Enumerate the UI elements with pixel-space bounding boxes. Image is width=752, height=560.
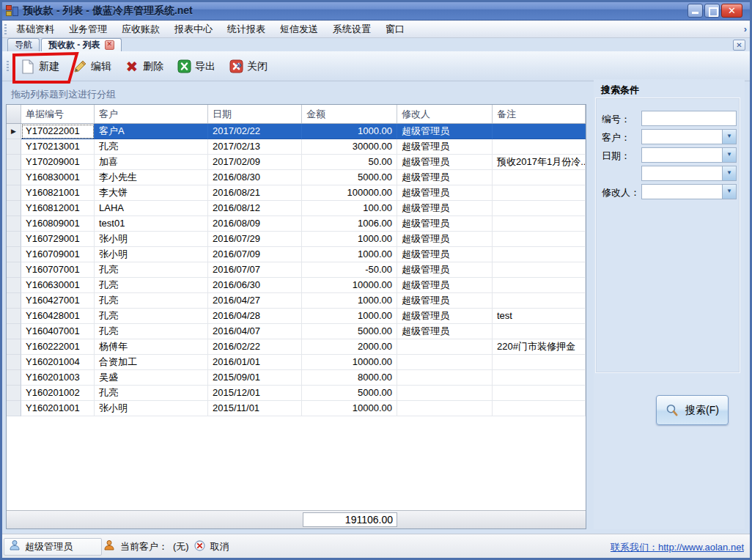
grid-cell[interactable]: 2016/08/09: [208, 216, 302, 232]
grid-cell[interactable]: LAHA: [95, 201, 208, 216]
column-header-2[interactable]: 日期: [208, 105, 302, 123]
chevron-down-icon[interactable]: [722, 148, 736, 162]
grid-cell[interactable]: 超级管理员: [397, 293, 493, 309]
grid-cell[interactable]: 2016/08/21: [208, 185, 302, 201]
grid-cell[interactable]: 2016/07/09: [208, 247, 302, 262]
grid-cell[interactable]: Y160407001: [21, 324, 95, 339]
grid-cell[interactable]: [493, 216, 586, 232]
grid-cell[interactable]: [493, 355, 586, 370]
table-row[interactable]: Y160201002孔亮2015/12/015000.00: [7, 386, 586, 401]
grid-cell[interactable]: -50.00: [302, 262, 397, 278]
date-to-select[interactable]: [641, 166, 737, 181]
grid-cell[interactable]: [493, 139, 586, 155]
grid-cell[interactable]: Y160201002: [21, 386, 95, 401]
grid-cell[interactable]: 2017/02/22: [208, 124, 302, 139]
grid-cell[interactable]: 张小明: [95, 401, 208, 416]
grid-cell[interactable]: [493, 370, 586, 386]
column-header-3[interactable]: 金额: [302, 105, 397, 123]
grid-cell[interactable]: 2000.00: [302, 339, 397, 355]
grid-cell[interactable]: test: [493, 309, 586, 324]
table-row[interactable]: Y160428001孔亮2016/04/281000.00超级管理员test: [7, 309, 586, 324]
grid-cell[interactable]: 2016/06/30: [208, 278, 302, 293]
grid-cell[interactable]: 2016/04/28: [208, 309, 302, 324]
chevron-down-icon[interactable]: [722, 130, 736, 144]
toolbar-button-close-red[interactable]: 关闭: [222, 56, 274, 77]
grid-cell[interactable]: 张小明: [95, 247, 208, 262]
column-header-4[interactable]: 修改人: [397, 105, 493, 123]
grid-cell[interactable]: Y160809001: [21, 216, 95, 232]
grid-cell[interactable]: 孔亮: [95, 262, 208, 278]
table-row[interactable]: Y160821001李大饼2016/08/21100000.00超级管理员: [7, 185, 586, 201]
menu-item-7[interactable]: 窗口: [380, 21, 410, 37]
grid-cell[interactable]: 1000.00: [302, 293, 397, 309]
table-row[interactable]: Y160201004合资加工2016/01/0110000.00: [7, 355, 586, 370]
grid-cell[interactable]: 超级管理员: [397, 324, 493, 339]
grid-cell[interactable]: 超级管理员: [397, 262, 493, 278]
table-row[interactable]: Y160222001杨傅年2016/02/222000.00220#门市装修押金: [7, 339, 586, 355]
grid-cell[interactable]: Y160630001: [21, 278, 95, 293]
grid-cell[interactable]: 1000.00: [302, 309, 397, 324]
toolbar-button-delete-x[interactable]: ✖删除: [118, 56, 170, 77]
grid-cell[interactable]: 2015/12/01: [208, 386, 302, 401]
grid-cell[interactable]: 100000.00: [302, 185, 397, 201]
grid-cell[interactable]: Y170209001: [21, 155, 95, 170]
grid-cell[interactable]: 李小先生: [95, 170, 208, 185]
table-row[interactable]: Y170213001孔亮2017/02/1330000.00超级管理员: [7, 139, 586, 155]
grid-cell[interactable]: 孔亮: [95, 386, 208, 401]
grid-cell[interactable]: Y170222001: [21, 124, 95, 139]
menu-item-6[interactable]: 系统设置: [328, 21, 376, 37]
column-header-0[interactable]: 单据编号: [21, 105, 95, 123]
chevron-down-icon[interactable]: [722, 185, 736, 199]
grid-cell[interactable]: [397, 355, 493, 370]
grid-cell[interactable]: test01: [95, 216, 208, 232]
grid-cell[interactable]: Y160830001: [21, 170, 95, 185]
grid-cell[interactable]: 220#门市装修押金: [493, 339, 586, 355]
grid-cell[interactable]: Y160201001: [21, 401, 95, 416]
cancel-customer-button[interactable]: 取消: [210, 540, 229, 553]
toolbar-grip-handle[interactable]: [7, 61, 9, 71]
grid-cell[interactable]: 超级管理员: [397, 185, 493, 201]
grid-cell[interactable]: Y160821001: [21, 185, 95, 201]
order-no-input[interactable]: [641, 111, 737, 126]
table-row[interactable]: Y160729001张小明2016/07/291000.00超级管理员: [7, 232, 586, 247]
customer-select[interactable]: [641, 129, 737, 144]
grid-cell[interactable]: 1006.00: [302, 216, 397, 232]
toolbar-button-excel[interactable]: 导出: [170, 56, 222, 77]
table-row[interactable]: Y160427001孔亮2016/04/271000.00超级管理员: [7, 293, 586, 309]
grid-cell[interactable]: [493, 324, 586, 339]
grid-cell[interactable]: 张小明: [95, 232, 208, 247]
grid-cell[interactable]: [397, 386, 493, 401]
menu-grip-handle[interactable]: [4, 24, 7, 34]
grid-cell[interactable]: 超级管理员: [397, 216, 493, 232]
grid-cell[interactable]: 5000.00: [302, 324, 397, 339]
grid-cell[interactable]: 30000.00: [302, 139, 397, 155]
grid-cell[interactable]: 合资加工: [95, 355, 208, 370]
grid-cell[interactable]: [493, 278, 586, 293]
cancel-icon[interactable]: [194, 540, 205, 554]
grid-cell[interactable]: 2016/04/27: [208, 293, 302, 309]
tab-1-active[interactable]: 预收款 - 列表: [41, 38, 122, 51]
grid-cell[interactable]: [493, 170, 586, 185]
tab-close-icon[interactable]: [105, 40, 114, 50]
grid-cell[interactable]: 加喜: [95, 155, 208, 170]
grid-cell[interactable]: 超级管理员: [397, 309, 493, 324]
contact-us-link[interactable]: 联系我们：http://www.aolan.net: [611, 541, 744, 554]
grid-cell[interactable]: [493, 232, 586, 247]
table-row[interactable]: Y160201003吴盛2015/09/018000.00: [7, 370, 586, 386]
grid-cell[interactable]: 2015/09/01: [208, 370, 302, 386]
grid-cell[interactable]: Y160707001: [21, 262, 95, 278]
grid-cell[interactable]: Y160201004: [21, 355, 95, 370]
table-row[interactable]: Y160201001张小明2015/11/0110000.00: [7, 401, 586, 416]
grid-cell[interactable]: 8000.00: [302, 370, 397, 386]
grid-cell[interactable]: Y160201003: [21, 370, 95, 386]
chevron-down-icon[interactable]: [722, 166, 736, 180]
grid-cell[interactable]: [493, 247, 586, 262]
grid-cell[interactable]: Y160709001: [21, 247, 95, 262]
grid-cell[interactable]: 超级管理员: [397, 170, 493, 185]
grid-cell[interactable]: 客户A: [95, 124, 208, 139]
toolbar-button-new-document[interactable]: 新建: [14, 56, 66, 77]
grid-cell[interactable]: 2016/01/01: [208, 355, 302, 370]
table-row[interactable]: ▶Y170222001客户A2017/02/221000.00超级管理员: [7, 124, 586, 139]
grid-cell[interactable]: Y160812001: [21, 201, 95, 216]
menu-item-2[interactable]: 应收账款: [117, 21, 165, 37]
